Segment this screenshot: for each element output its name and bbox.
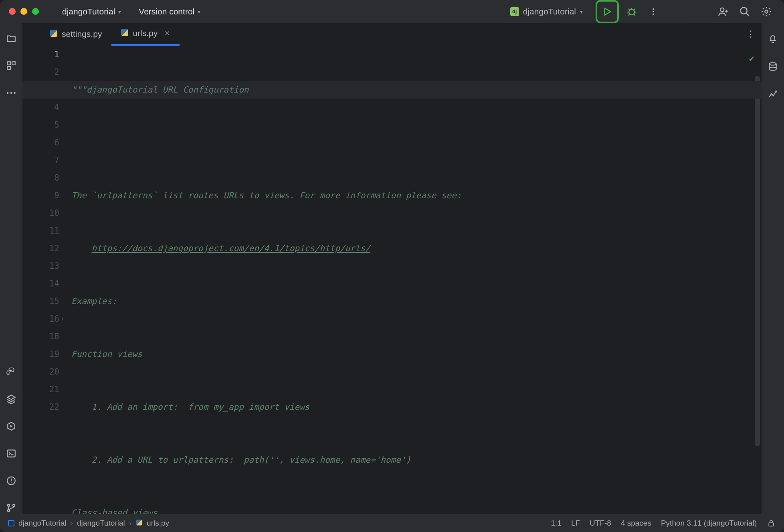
line-number-gutter[interactable]: 1 2 3 4 5 6 7 8 9 10 11 12 13 14 15 › 16… xyxy=(22,46,69,514)
lock-icon xyxy=(767,519,775,527)
line-number: 5 xyxy=(22,116,59,134)
tab-urls-py[interactable]: urls.py ✕ xyxy=(111,23,180,46)
line-number: 12 xyxy=(22,240,59,257)
structure-tool-button[interactable] xyxy=(5,60,17,72)
inspection-ok-icon[interactable]: ✔ xyxy=(749,50,754,67)
right-tool-rail xyxy=(762,23,784,514)
chevron-down-icon: ▾ xyxy=(580,8,583,15)
caret-position[interactable]: 1:1 xyxy=(551,519,561,528)
line-number: 9 xyxy=(22,187,59,204)
bell-icon xyxy=(768,33,778,44)
python-packages-button[interactable] xyxy=(5,393,17,405)
debug-button[interactable] xyxy=(623,3,641,20)
breadcrumb-separator: › xyxy=(71,519,73,528)
line-number: 7 xyxy=(22,151,59,169)
folder-icon xyxy=(6,33,16,44)
status-bar: djangoTutorial › djangoTutorial › urls.p… xyxy=(0,514,784,532)
problems-button[interactable] xyxy=(5,475,17,487)
svg-rect-10 xyxy=(7,66,10,70)
play-icon xyxy=(602,6,612,17)
vcs-dropdown[interactable]: Version control ▾ xyxy=(135,4,204,19)
line-number: 16 xyxy=(49,314,59,324)
svg-point-19 xyxy=(769,62,776,65)
terminal-button[interactable] xyxy=(5,447,17,459)
chevron-down-icon: ▾ xyxy=(198,8,200,15)
tab-settings-py[interactable]: settings.py xyxy=(40,23,111,46)
svg-point-1 xyxy=(653,8,654,10)
python-console-button[interactable] xyxy=(5,366,17,378)
project-tool-button[interactable] xyxy=(5,32,17,44)
gear-icon xyxy=(761,6,772,17)
close-window-button[interactable] xyxy=(9,8,16,15)
breadcrumb-segment[interactable]: urls.py xyxy=(147,519,169,528)
vcs-tool-button[interactable] xyxy=(5,502,17,514)
line-number: 2 xyxy=(22,63,59,81)
zoom-window-button[interactable] xyxy=(32,8,39,15)
django-icon: dj xyxy=(510,7,519,16)
breadcrumb[interactable]: djangoTutorial › djangoTutorial › urls.p… xyxy=(8,519,169,528)
svg-point-2 xyxy=(653,11,654,12)
breadcrumb-segment[interactable]: djangoTutorial xyxy=(18,519,67,528)
line-separator[interactable]: LF xyxy=(571,519,580,528)
svg-rect-9 xyxy=(12,62,15,65)
window-controls xyxy=(9,8,55,15)
ellipsis-icon xyxy=(6,91,16,95)
line-number: 11 xyxy=(22,222,59,240)
breadcrumb-segment[interactable]: djangoTutorial xyxy=(77,519,125,528)
line-number: 18 xyxy=(22,328,59,345)
bug-icon xyxy=(626,6,637,17)
kebab-icon xyxy=(649,7,658,16)
readonly-toggle[interactable] xyxy=(766,518,776,528)
search-everywhere-button[interactable] xyxy=(736,3,754,20)
svg-point-6 xyxy=(765,10,768,13)
svg-point-5 xyxy=(741,7,747,14)
run-button[interactable] xyxy=(596,0,619,23)
line-number: 21 xyxy=(22,381,59,398)
minimize-window-button[interactable] xyxy=(20,8,27,15)
indent-settings[interactable]: 4 spaces xyxy=(621,519,651,528)
run-config-dropdown[interactable]: dj djangoTutorial ▾ xyxy=(505,5,588,18)
structure-icon xyxy=(6,60,16,71)
notifications-button[interactable] xyxy=(767,32,779,44)
python-interpreter[interactable]: Python 3.11 (djangoTutorial) xyxy=(661,519,757,528)
svg-point-17 xyxy=(8,510,10,512)
tab-overflow-button[interactable]: ⋮ xyxy=(746,29,762,39)
settings-button[interactable] xyxy=(758,3,775,20)
line-number: 8 xyxy=(22,169,59,187)
code-content[interactable]: """djangoTutorial URL Configuration The … xyxy=(71,46,750,514)
line-number: 20 xyxy=(22,363,59,381)
person-add-icon xyxy=(717,6,729,17)
code-fold-toggle[interactable]: › xyxy=(61,310,65,328)
tab-label: urls.py xyxy=(133,28,158,38)
project-dropdown[interactable]: djangoTutorial ▾ xyxy=(59,4,124,19)
svg-point-0 xyxy=(629,9,634,15)
svg-point-3 xyxy=(653,13,654,15)
vertical-scrollbar[interactable] xyxy=(755,76,760,446)
chevron-down-icon: ▾ xyxy=(118,8,121,15)
more-tools-button[interactable] xyxy=(5,87,17,99)
code-with-me-button[interactable] xyxy=(714,3,732,20)
line-number: 6 xyxy=(22,134,59,151)
svg-point-16 xyxy=(8,504,10,506)
database-button[interactable] xyxy=(767,60,779,73)
services-button[interactable] xyxy=(5,420,17,432)
tab-label: settings.py xyxy=(62,29,102,39)
line-number: 19 xyxy=(22,345,59,363)
breadcrumb-separator: › xyxy=(129,519,131,528)
svg-rect-14 xyxy=(7,450,15,457)
graph-icon xyxy=(768,89,778,100)
line-number: 22 xyxy=(22,398,59,416)
close-tab-button[interactable]: ✕ xyxy=(164,29,170,38)
search-icon xyxy=(739,6,750,17)
endpoints-button[interactable] xyxy=(767,89,779,101)
line-number: 15 xyxy=(22,292,59,310)
svg-rect-8 xyxy=(7,62,10,65)
vcs-label: Version control xyxy=(139,7,194,16)
svg-rect-21 xyxy=(769,523,774,526)
code-editor[interactable]: ✔ 1 2 3 4 5 6 7 8 9 10 11 12 13 14 15 › … xyxy=(22,46,762,514)
services-icon xyxy=(6,421,16,431)
module-icon xyxy=(8,520,14,526)
terminal-icon xyxy=(6,448,16,459)
more-actions-button[interactable] xyxy=(645,3,662,20)
file-encoding[interactable]: UTF-8 xyxy=(590,519,611,528)
